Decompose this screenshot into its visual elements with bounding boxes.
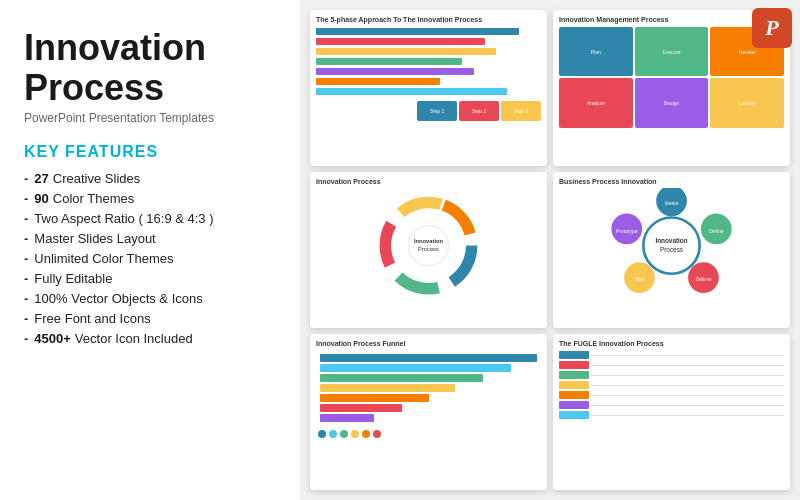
feature-bold-f1: 27 [34, 171, 48, 186]
feature-bold-f9: 4500+ [34, 331, 71, 346]
svg-text:Deliver: Deliver [696, 276, 712, 282]
svg-text:Innovation: Innovation [414, 238, 444, 244]
svg-text:Test: Test [635, 276, 645, 282]
feature-bold-f2: 90 [34, 191, 48, 206]
slide-thumb-4[interactable]: Business Process Innovation Innovation P… [553, 172, 790, 328]
slide-thumb-1[interactable]: The 5-phase Approach To The Innovation P… [310, 10, 547, 166]
svg-text:Process: Process [660, 246, 683, 253]
svg-text:Process: Process [418, 246, 439, 252]
feature-item-f2: 90 Color Themes [24, 191, 276, 206]
key-features-label: KEY FEATURES [24, 143, 276, 161]
slide-2-title: Innovation Management Process [559, 16, 784, 23]
feature-item-f3: Two Aspect Ratio ( 16:9 & 4:3 ) [24, 211, 276, 226]
ppt-icon-label: P [765, 15, 778, 41]
ppt-icon: P [752, 8, 792, 48]
svg-text:Prototype: Prototype [616, 228, 638, 234]
slide-3-title: Innovation Process [316, 178, 541, 185]
feature-item-f4: Master Slides Layout [24, 231, 276, 246]
slide-5-funnel [316, 350, 541, 426]
slide-thumb-6[interactable]: The FUGLE Innovation Process [553, 334, 790, 490]
slide-thumb-3[interactable]: Innovation Process Innovation Process [310, 172, 547, 328]
feature-item-f5: Unlimited Color Themes [24, 251, 276, 266]
feature-item-f1: 27 Creative Slides [24, 171, 276, 186]
feature-item-f6: Fully Editable [24, 271, 276, 286]
slide-4-title: Business Process Innovation [559, 178, 784, 185]
main-title: Innovation Process [24, 28, 276, 107]
slide-5-title: Innovation Process Funnel [316, 340, 541, 347]
features-list: 27 Creative Slides90 Color ThemesTwo Asp… [24, 171, 276, 346]
feature-item-f7: 100% Vector Objects & Icons [24, 291, 276, 306]
slide-1-title: The 5-phase Approach To The Innovation P… [316, 16, 541, 23]
svg-text:Ideate: Ideate [664, 200, 678, 206]
feature-item-f9: 4500+ Vector Icon Included [24, 331, 276, 346]
svg-text:Define: Define [709, 228, 724, 234]
slide-thumb-5[interactable]: Innovation Process Funnel [310, 334, 547, 490]
slide-3-circle: Innovation Process [316, 188, 541, 303]
feature-item-f8: Free Font and Icons [24, 311, 276, 326]
slide-6-title: The FUGLE Innovation Process [559, 340, 784, 347]
slide-1-bars [316, 27, 541, 95]
svg-text:Innovation: Innovation [655, 237, 687, 244]
subtitle: PowerPoint Presentation Templates [24, 111, 276, 125]
right-panel: P The 5-phase Approach To The Innovation… [300, 0, 800, 500]
left-panel: Innovation Process PowerPoint Presentati… [0, 0, 300, 500]
